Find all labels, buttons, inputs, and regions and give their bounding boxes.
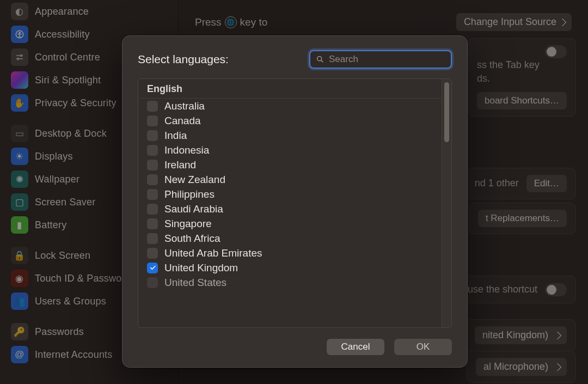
ok-button[interactable]: OK [394, 339, 452, 355]
language-label: United States [164, 277, 226, 289]
button-label: OK [416, 342, 430, 352]
language-label: Australia [164, 100, 205, 112]
language-checkbox[interactable] [147, 101, 158, 112]
language-checkbox[interactable] [147, 248, 158, 259]
language-option[interactable]: Saudi Arabia [138, 202, 442, 216]
language-option[interactable]: Canada [138, 113, 442, 128]
language-option[interactable]: New Zealand [138, 172, 442, 187]
search-input[interactable] [329, 54, 445, 65]
svg-point-4 [317, 57, 322, 61]
button-label: Cancel [341, 342, 370, 352]
language-checkbox[interactable] [147, 174, 158, 185]
language-scroll-area[interactable]: EnglishAustraliaCanadaIndiaIndonesiaIrel… [138, 79, 442, 327]
language-option[interactable]: United Arab Emirates [138, 246, 442, 260]
language-label: United Arab Emirates [164, 247, 262, 259]
language-label: Saudi Arabia [164, 203, 223, 215]
language-option[interactable]: Australia [138, 99, 442, 113]
language-label: India [164, 130, 187, 142]
language-option[interactable]: South Africa [138, 231, 442, 246]
language-search-field[interactable] [309, 50, 452, 69]
language-option[interactable]: Philippines [138, 187, 442, 202]
language-label: United Kingdom [164, 262, 238, 274]
language-checkbox[interactable] [147, 130, 158, 141]
language-option[interactable]: Singapore [138, 216, 442, 231]
language-checkbox[interactable] [147, 218, 158, 229]
language-checkbox[interactable] [147, 277, 158, 288]
scrollbar-thumb[interactable] [444, 82, 449, 142]
modal-title: Select languages: [138, 53, 229, 66]
language-label: Ireland [164, 159, 196, 171]
language-option[interactable]: Ireland [138, 157, 442, 172]
language-checkbox[interactable] [147, 160, 158, 170]
language-label: New Zealand [164, 174, 225, 186]
language-option[interactable]: Indonesia [138, 143, 442, 157]
language-option[interactable]: United Kingdom [138, 260, 442, 275]
language-checkbox[interactable] [147, 189, 158, 200]
language-label: South Africa [164, 233, 220, 245]
language-label: Indonesia [164, 144, 209, 156]
language-checkbox[interactable] [147, 233, 158, 244]
select-languages-modal: Select languages: EnglishAustraliaCanada… [122, 35, 468, 368]
cancel-button[interactable]: Cancel [327, 339, 384, 355]
language-checkbox[interactable] [147, 145, 158, 156]
scrollbar-track[interactable] [442, 79, 451, 327]
language-checkbox[interactable] [147, 115, 158, 126]
language-option[interactable]: India [138, 128, 442, 143]
language-label: Canada [164, 115, 201, 127]
language-checkbox[interactable] [147, 263, 158, 273]
language-option[interactable]: United States [138, 275, 442, 290]
language-section-header: English [138, 79, 442, 99]
language-label: Philippines [164, 188, 215, 200]
language-list-box: EnglishAustraliaCanadaIndiaIndonesiaIrel… [138, 78, 452, 328]
language-checkbox[interactable] [147, 204, 158, 215]
search-icon [316, 55, 324, 64]
language-label: Singapore [164, 218, 212, 230]
